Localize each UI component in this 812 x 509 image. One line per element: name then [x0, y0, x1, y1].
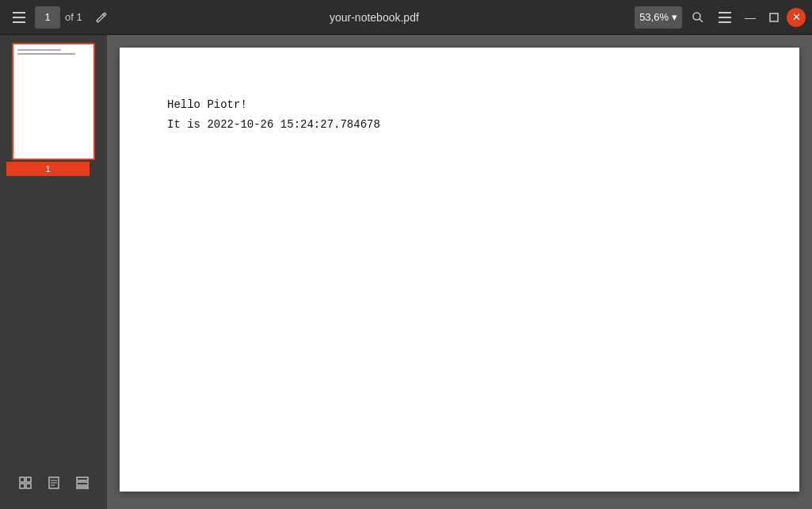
sidebar: 1 [0, 35, 107, 509]
thumb-line-1 [17, 49, 61, 51]
pdf-viewer[interactable]: Hello Piotr! It is 2022-10-26 15:24:27.7… [107, 35, 812, 509]
sidebar-toggle-button[interactable] [6, 5, 32, 30]
svg-rect-5 [719, 12, 731, 13]
maximize-button[interactable] [763, 6, 785, 29]
layers-view-button[interactable] [71, 471, 94, 495]
close-icon: ✕ [792, 11, 801, 23]
thumbnail-page-label: 1 [6, 162, 90, 176]
search-button[interactable] [685, 5, 711, 30]
maximize-icon [769, 13, 779, 22]
sidebar-toggle-icon [13, 12, 25, 23]
menu-icon [719, 12, 731, 23]
svg-rect-12 [26, 484, 31, 488]
zoom-level: 53,6% [639, 11, 669, 23]
minimize-button[interactable]: — [739, 6, 761, 29]
svg-rect-17 [77, 477, 88, 480]
svg-rect-9 [20, 477, 25, 482]
svg-rect-7 [719, 21, 731, 23]
grid-icon [19, 476, 32, 489]
toolbar: of 1 your-notebook.pdf 53,6% ▾ — [0, 0, 812, 35]
toolbar-right: — ✕ [685, 5, 806, 30]
close-button[interactable]: ✕ [787, 8, 806, 27]
annotate-icon [95, 11, 108, 24]
grid-view-button[interactable] [13, 471, 37, 495]
page-thumbnail [12, 43, 95, 160]
svg-rect-1 [13, 17, 25, 18]
svg-rect-10 [26, 477, 31, 482]
svg-rect-2 [13, 21, 25, 23]
page-icon [48, 476, 59, 489]
minimize-icon: — [745, 11, 756, 24]
svg-line-4 [700, 19, 703, 22]
page-thumbnail-container[interactable]: 1 [12, 43, 95, 176]
svg-point-3 [693, 13, 700, 20]
document-title: your-notebook.pdf [117, 11, 631, 24]
svg-rect-8 [770, 13, 778, 21]
svg-rect-6 [719, 17, 731, 18]
zoom-control[interactable]: 53,6% ▾ [635, 6, 682, 29]
zoom-dropdown-icon: ▾ [672, 11, 677, 23]
search-icon [692, 11, 704, 24]
thumb-line-2 [17, 53, 75, 55]
layers-icon [76, 476, 89, 489]
menu-button[interactable] [712, 5, 738, 30]
annotate-button[interactable] [89, 5, 114, 30]
svg-rect-19 [77, 487, 88, 488]
svg-rect-11 [20, 484, 25, 488]
page-number-input[interactable] [35, 6, 60, 29]
page-view-button[interactable] [42, 471, 66, 495]
pdf-page: Hello Piotr! It is 2022-10-26 15:24:27.7… [120, 48, 799, 492]
page-total: of 1 [65, 11, 82, 23]
main-area: 1 [0, 35, 812, 509]
svg-rect-18 [77, 482, 88, 485]
pdf-line-1: Hello Piotr! [167, 95, 752, 115]
pdf-line-2: It is 2022-10-26 15:24:27.784678 [167, 115, 752, 135]
pdf-content: Hello Piotr! It is 2022-10-26 15:24:27.7… [167, 95, 752, 135]
sidebar-bottom-icons [13, 471, 94, 501]
svg-rect-0 [13, 12, 25, 13]
